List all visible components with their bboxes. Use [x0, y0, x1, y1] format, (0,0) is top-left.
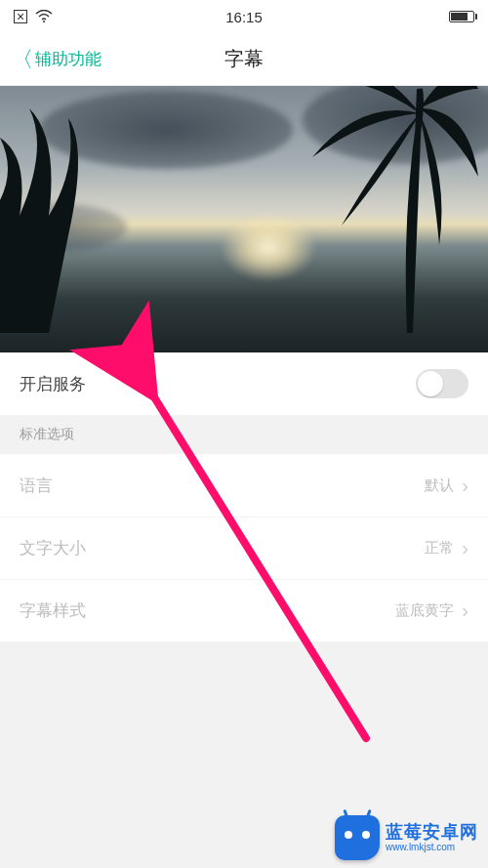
status-left: ×	[14, 10, 53, 23]
status-bar: × 16:15	[0, 0, 488, 33]
row-language[interactable]: 语言 默认 ›	[0, 454, 488, 517]
status-right	[449, 11, 474, 22]
row-label: 文字大小	[20, 537, 86, 559]
row-caption-style[interactable]: 字幕样式 蓝底黄字 ›	[0, 579, 488, 641]
settings-list: 开启服务	[0, 352, 488, 415]
watermark-url: www.lmkjst.com	[386, 842, 478, 852]
palm-left-icon	[0, 99, 117, 333]
row-text-size[interactable]: 文字大小 正常 ›	[0, 517, 488, 579]
watermark-logo-icon	[335, 815, 380, 860]
row-label: 语言	[20, 475, 53, 497]
row-enable-service[interactable]: 开启服务	[0, 352, 488, 415]
page-title: 字幕	[224, 46, 264, 72]
chevron-right-icon: ›	[462, 475, 468, 497]
row-label: 字幕样式	[20, 599, 86, 622]
battery-icon	[449, 11, 474, 22]
status-time: 16:15	[0, 9, 488, 25]
watermark-title: 蓝莓安卓网	[386, 823, 478, 843]
back-label: 辅助功能	[35, 48, 102, 70]
watermark: 蓝莓安卓网 www.lmkjst.com	[335, 815, 478, 860]
close-ad-icon: ×	[14, 10, 27, 23]
back-button[interactable]: 〈 辅助功能	[12, 48, 102, 70]
caption-preview-image	[0, 86, 488, 352]
section-header-standard: 标准选项	[0, 415, 488, 454]
chevron-left-icon: 〈	[12, 49, 33, 70]
chevron-right-icon: ›	[462, 537, 468, 559]
row-value: 蓝底黄字	[395, 601, 454, 620]
nav-header: 〈 辅助功能 字幕	[0, 33, 488, 86]
chevron-right-icon: ›	[462, 599, 468, 622]
svg-point-0	[43, 21, 45, 22]
row-label: 开启服务	[20, 373, 86, 395]
settings-options: 语言 默认 › 文字大小 正常 › 字幕样式 蓝底黄字 ›	[0, 454, 488, 641]
enable-service-toggle[interactable]	[416, 369, 468, 398]
row-value: 正常	[425, 539, 454, 558]
palm-right-icon	[312, 86, 478, 333]
wifi-icon	[35, 10, 53, 23]
row-value: 默认	[425, 476, 454, 495]
